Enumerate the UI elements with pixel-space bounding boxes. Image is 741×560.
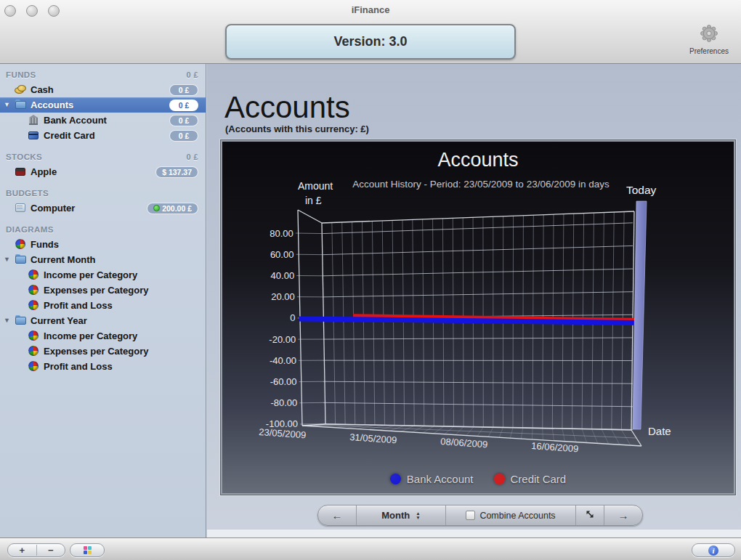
y-tick-label: 60.00 bbox=[270, 249, 294, 260]
sidebar-item-cash[interactable]: Cash0 £ bbox=[0, 82, 206, 97]
add-button[interactable]: + bbox=[8, 545, 36, 556]
page-subtitle: (Accounts with this currency: £) bbox=[225, 123, 369, 134]
item-label: Bank Account bbox=[44, 115, 107, 126]
axis-edge bbox=[298, 210, 322, 223]
info-button[interactable]: i bbox=[692, 543, 735, 557]
section-header-stocks: STOCKS0 £ bbox=[0, 150, 206, 164]
sidebar-item-income-per-category[interactable]: Income per Category bbox=[0, 267, 206, 283]
item-label: Funds bbox=[31, 239, 59, 250]
bank-icon bbox=[28, 115, 40, 126]
chart-controls: ← Month ▲▼ Combine Accounts → bbox=[317, 505, 643, 526]
disclosure-triangle-icon[interactable]: ▼ bbox=[4, 316, 10, 325]
item-badge: $ 137.37 bbox=[155, 166, 198, 178]
sidebar-item-income-per-category[interactable]: Income per Category bbox=[0, 328, 206, 344]
item-badge: 0 £ bbox=[169, 115, 198, 126]
sidebar-item-profit-and-loss[interactable]: Profit and Loss bbox=[0, 298, 206, 313]
y-axis-label: in £ bbox=[305, 195, 322, 206]
item-badge: 0 £ bbox=[169, 100, 198, 111]
item-label: Current Month bbox=[31, 254, 96, 265]
axis-edge bbox=[322, 223, 325, 424]
page-title: Accounts bbox=[224, 90, 350, 125]
y-tick-label: 20.00 bbox=[271, 291, 295, 302]
pie-icon bbox=[28, 285, 40, 296]
bottom-toolbar: + − i bbox=[0, 537, 741, 560]
sidebar-item-funds[interactable]: Funds bbox=[0, 237, 206, 252]
item-label: Expenses per Category bbox=[44, 346, 149, 357]
badge-value: 200.00 £ bbox=[162, 204, 192, 213]
item-label: Current Year bbox=[31, 315, 87, 326]
item-badge: 0 £ bbox=[169, 130, 198, 142]
budget-icon bbox=[15, 203, 27, 214]
sidebar-section-diagrams: DIAGRAMSFunds▼Current MonthIncome per Ca… bbox=[0, 222, 206, 374]
x-tick-label: 08/06/2009 bbox=[440, 436, 488, 450]
sidebar-item-expenses-per-category[interactable]: Expenses per Category bbox=[0, 283, 206, 298]
period-select[interactable]: Month ▲▼ bbox=[357, 506, 446, 525]
sidebar-item-credit-card[interactable]: Credit Card0 £ bbox=[0, 128, 206, 143]
preferences-button[interactable]: Preferences bbox=[681, 23, 737, 55]
combine-accounts-label: Combine Accounts bbox=[479, 511, 555, 521]
disclosure-triangle-icon[interactable]: ▼ bbox=[4, 100, 10, 109]
version-button[interactable]: Version: 3.0 bbox=[225, 24, 516, 60]
version-label: Version: 3.0 bbox=[333, 34, 407, 49]
folder-icon bbox=[15, 315, 27, 326]
chart-3d-svg: 80.0060.0040.0020.000-20.00-40.00-60.00-… bbox=[222, 142, 734, 493]
axis-edge bbox=[322, 211, 634, 223]
resize-chart-button[interactable] bbox=[576, 506, 604, 525]
y-tick-label: -60.00 bbox=[270, 376, 297, 387]
minimize-icon[interactable] bbox=[26, 5, 38, 17]
period-value: Month bbox=[381, 510, 410, 521]
y-axis-label: Amount bbox=[298, 180, 333, 192]
today-bar bbox=[633, 201, 647, 429]
right-arrow-icon: → bbox=[618, 509, 629, 522]
sidebar-item-profit-and-loss[interactable]: Profit and Loss bbox=[0, 359, 206, 374]
section-label: FUNDS bbox=[6, 70, 36, 79]
section-label: DIAGRAMS bbox=[6, 225, 54, 234]
sidebar-item-computer[interactable]: Computer200.00 £ bbox=[0, 200, 206, 216]
section-header-budgets: BUDGETS bbox=[0, 186, 206, 200]
y-tick-label: -40.00 bbox=[270, 355, 296, 366]
item-label: Apple bbox=[31, 166, 57, 177]
stepper-icon: ▲▼ bbox=[416, 511, 420, 519]
legend-dot bbox=[494, 474, 505, 484]
item-label: Expenses per Category bbox=[44, 285, 149, 296]
badge-value: 0 £ bbox=[179, 116, 190, 125]
combine-accounts-checkbox[interactable] bbox=[466, 511, 475, 520]
item-label: Profit and Loss bbox=[44, 361, 113, 372]
remove-button[interactable]: − bbox=[36, 545, 65, 556]
main-panel: Accounts (Accounts with this currency: £… bbox=[207, 64, 741, 537]
stock-icon bbox=[15, 166, 27, 177]
legend-label: Credit Card bbox=[511, 473, 567, 485]
disclosure-triangle-icon[interactable]: ▼ bbox=[4, 255, 10, 264]
badge-value: 0 £ bbox=[179, 131, 190, 140]
color-grid-icon bbox=[84, 546, 92, 554]
sidebar-item-apple[interactable]: Apple$ 137.37 bbox=[0, 164, 206, 179]
item-label: Accounts bbox=[31, 100, 73, 110]
next-period-button[interactable]: → bbox=[604, 506, 642, 525]
categories-button[interactable] bbox=[70, 543, 105, 557]
chart-subtitle: Account History - Period: 23/05/2009 to … bbox=[352, 179, 610, 190]
add-remove-group: + − bbox=[7, 543, 65, 557]
sidebar-item-accounts[interactable]: ▼Accounts0 £ bbox=[0, 97, 206, 113]
previous-period-button[interactable]: ← bbox=[318, 506, 357, 525]
pie-icon bbox=[28, 361, 40, 372]
pie-icon bbox=[15, 239, 27, 250]
sidebar-item-bank-account[interactable]: Bank Account0 £ bbox=[0, 113, 206, 128]
sidebar-item-current-year[interactable]: ▼Current Year bbox=[0, 313, 206, 328]
sidebar-item-expenses-per-category[interactable]: Expenses per Category bbox=[0, 344, 206, 359]
sidebar-item-current-month[interactable]: ▼Current Month bbox=[0, 252, 206, 267]
info-icon: i bbox=[708, 545, 718, 556]
item-label: Income per Category bbox=[44, 269, 137, 280]
coins-icon bbox=[15, 84, 27, 95]
left-arrow-icon: ← bbox=[332, 509, 343, 522]
close-icon[interactable] bbox=[4, 5, 16, 17]
sidebar-section-stocks: STOCKS0 £Apple$ 137.37 bbox=[0, 150, 206, 179]
diagonal-arrows-icon bbox=[585, 509, 595, 522]
badge-value: 0 £ bbox=[179, 101, 190, 110]
pie-icon bbox=[28, 346, 40, 357]
badge-value: 0 £ bbox=[179, 86, 190, 94]
sidebar-section-funds: FUNDS0 £Cash0 £▼Accounts0 £Bank Account0… bbox=[0, 68, 206, 143]
legend-label: Bank Account bbox=[407, 473, 474, 485]
budget-progress-dot bbox=[153, 205, 160, 211]
zoom-icon[interactable] bbox=[48, 5, 60, 17]
legend-item-credit-card: Credit Card bbox=[494, 473, 567, 485]
